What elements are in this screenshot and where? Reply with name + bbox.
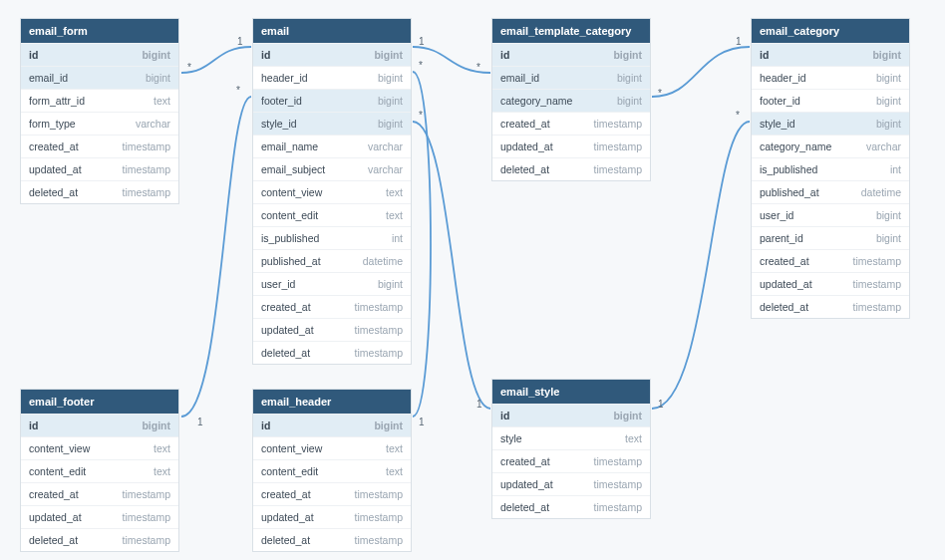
table-row[interactable]: created_attimestamp	[752, 249, 909, 272]
table-row[interactable]: parent_idbigint	[752, 226, 909, 249]
column-type: bigint	[617, 95, 642, 107]
table-row[interactable]: created_attimestamp	[492, 449, 650, 472]
table-row[interactable]: header_idbigint	[253, 66, 411, 89]
cardinality-many: *	[419, 110, 423, 121]
cardinality-one: 1	[736, 36, 742, 47]
table-row[interactable]: updated_attimestamp	[492, 135, 650, 157]
table-email-form[interactable]: email_form idbigintemail_idbigintform_at…	[20, 18, 179, 204]
table-row[interactable]: updated_attimestamp	[492, 472, 650, 495]
table-row[interactable]: email_subjectvarchar	[253, 157, 411, 180]
table-row[interactable]: category_namevarchar	[752, 135, 909, 157]
column-name: published_at	[760, 186, 819, 198]
column-name: deleted_at	[760, 301, 808, 313]
table-row[interactable]: created_attimestamp	[492, 112, 650, 135]
table-row[interactable]: user_idbigint	[752, 203, 909, 226]
column-name: form_attr_id	[29, 95, 85, 107]
column-name: footer_id	[760, 95, 800, 107]
cardinality-many: *	[187, 62, 191, 73]
table-email-footer[interactable]: email_footer idbigintcontent_viewtextcon…	[20, 389, 179, 552]
table-row[interactable]: email_namevarchar	[253, 135, 411, 157]
table-row[interactable]: style_idbigint	[253, 112, 411, 135]
rows-email-template-category: idbigintemail_idbigintcategory_namebigin…	[492, 43, 650, 180]
table-email-style[interactable]: email_style idbigintstyletextcreated_att…	[491, 379, 651, 519]
table-row[interactable]: created_attimestamp	[253, 482, 411, 505]
column-type: datetime	[861, 186, 901, 198]
table-row[interactable]: styletext	[492, 426, 650, 449]
table-row[interactable]: category_namebigint	[492, 89, 650, 112]
table-row[interactable]: is_publishedint	[752, 157, 909, 180]
table-row[interactable]: deleted_attimestamp	[21, 528, 178, 551]
table-row[interactable]: email_idbigint	[492, 66, 650, 89]
column-name: category_name	[500, 95, 572, 107]
cardinality-one: 1	[658, 399, 664, 410]
table-title: email_category	[752, 19, 909, 43]
table-row[interactable]: deleted_attimestamp	[492, 495, 650, 518]
column-type: bigint	[876, 118, 901, 130]
table-row[interactable]: updated_attimestamp	[21, 505, 178, 528]
column-name: created_at	[500, 118, 550, 130]
table-row[interactable]: deleted_attimestamp	[492, 157, 650, 180]
column-name: updated_at	[500, 478, 553, 490]
table-row[interactable]: updated_attimestamp	[752, 272, 909, 295]
table-row[interactable]: email_idbigint	[21, 66, 178, 89]
table-row[interactable]: content_viewtext	[21, 436, 178, 459]
column-type: int	[392, 232, 403, 244]
table-row[interactable]: deleted_attimestamp	[752, 295, 909, 318]
column-type: text	[154, 95, 170, 107]
column-type: bigint	[876, 232, 901, 244]
column-name: content_view	[29, 442, 90, 454]
column-type: bigint	[876, 72, 901, 84]
column-type: text	[154, 442, 170, 454]
table-row[interactable]: idbigint	[21, 43, 178, 66]
table-row[interactable]: deleted_attimestamp	[253, 341, 411, 364]
table-row[interactable]: form_attr_idtext	[21, 89, 178, 112]
column-name: category_name	[760, 140, 831, 152]
table-row[interactable]: created_attimestamp	[21, 482, 178, 505]
table-email-header[interactable]: email_header idbigintcontent_viewtextcon…	[252, 389, 412, 552]
table-row[interactable]: published_atdatetime	[752, 180, 909, 203]
column-type: timestamp	[355, 534, 403, 546]
column-name: content_view	[261, 442, 322, 454]
table-row[interactable]: idbigint	[752, 43, 909, 66]
table-row[interactable]: content_edittext	[253, 203, 411, 226]
table-email[interactable]: email idbigintheader_idbigintfooter_idbi…	[252, 18, 412, 365]
table-row[interactable]: style_idbigint	[752, 112, 909, 135]
table-row[interactable]: content_viewtext	[253, 436, 411, 459]
table-row[interactable]: published_atdatetime	[253, 249, 411, 272]
table-row[interactable]: deleted_attimestamp	[21, 180, 178, 203]
table-row[interactable]: header_idbigint	[752, 66, 909, 89]
table-row[interactable]: idbigint	[21, 414, 178, 436]
column-type: bigint	[378, 118, 403, 130]
table-row[interactable]: idbigint	[253, 414, 411, 436]
table-title: email_form	[21, 19, 178, 43]
column-type: bigint	[378, 72, 403, 84]
table-row[interactable]: updated_attimestamp	[253, 318, 411, 341]
table-row[interactable]: idbigint	[492, 43, 650, 66]
column-name: deleted_at	[261, 347, 310, 359]
table-row[interactable]: footer_idbigint	[752, 89, 909, 112]
column-type: text	[386, 465, 403, 477]
column-name: id	[500, 410, 509, 421]
table-email-category[interactable]: email_category idbigintheader_idbigintfo…	[751, 18, 910, 319]
table-row[interactable]: idbigint	[492, 404, 650, 426]
table-row[interactable]: content_viewtext	[253, 180, 411, 203]
table-row[interactable]: content_edittext	[253, 459, 411, 482]
table-row[interactable]: deleted_attimestamp	[253, 528, 411, 551]
column-name: email_name	[261, 140, 318, 152]
table-row[interactable]: user_idbigint	[253, 272, 411, 295]
table-row[interactable]: created_attimestamp	[21, 135, 178, 157]
table-row[interactable]: created_attimestamp	[253, 295, 411, 318]
table-row[interactable]: is_publishedint	[253, 226, 411, 249]
column-type: varchar	[368, 163, 403, 175]
column-type: timestamp	[123, 534, 170, 546]
column-name: email_id	[500, 72, 539, 84]
table-row[interactable]: content_edittext	[21, 459, 178, 482]
column-name: id	[261, 420, 270, 431]
table-row[interactable]: updated_attimestamp	[21, 157, 178, 180]
table-email-template-category[interactable]: email_template_category idbigintemail_id…	[491, 18, 651, 181]
table-row[interactable]: footer_idbigint	[253, 89, 411, 112]
column-name: style	[500, 432, 522, 444]
table-row[interactable]: idbigint	[253, 43, 411, 66]
table-row[interactable]: updated_attimestamp	[253, 505, 411, 528]
table-row[interactable]: form_typevarchar	[21, 112, 178, 135]
